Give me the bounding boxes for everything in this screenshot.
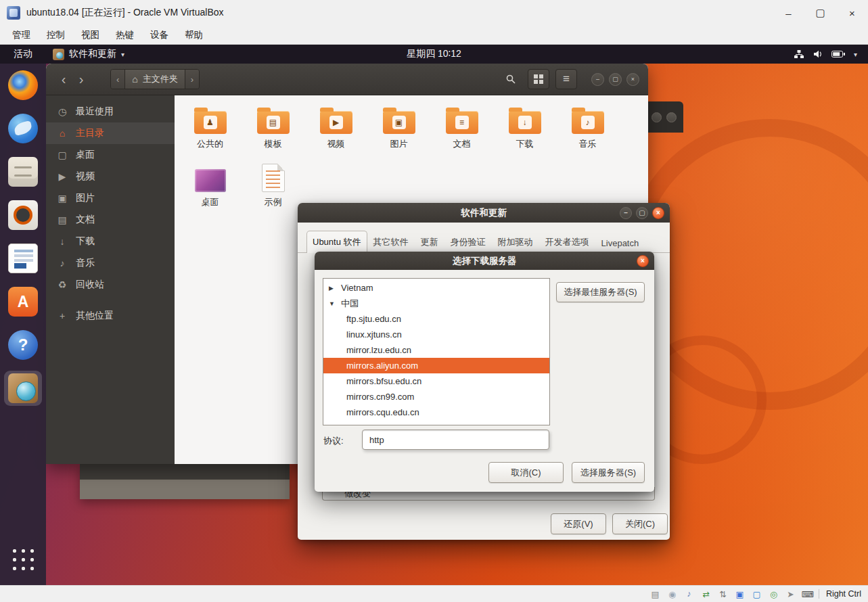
menu-item[interactable]: 视图: [73, 26, 108, 44]
sidebar-item-pictures[interactable]: ▣ 图片: [46, 187, 175, 209]
tab[interactable]: 更新: [415, 231, 444, 253]
sidebar-item-documents[interactable]: ▤ 文档: [46, 209, 175, 231]
server-row[interactable]: linux.xjtuns.cn: [323, 327, 549, 342]
audio-status-icon[interactable]: ♪: [683, 588, 695, 600]
files-dock-icon[interactable]: [4, 154, 42, 189]
menu-item[interactable]: 热键: [108, 26, 142, 44]
expander-icon[interactable]: ▶: [329, 285, 337, 292]
back-icon[interactable]: ‹: [55, 69, 72, 89]
sidebar-item-recent[interactable]: ◷ 最近使用: [46, 101, 175, 122]
files-minimize-button[interactable]: –: [591, 73, 604, 86]
server-label: linux.xjtuns.cn: [346, 329, 402, 340]
tab[interactable]: Ubuntu 软件: [306, 231, 367, 253]
sidebar-item-desktop[interactable]: ▢ 桌面: [46, 144, 175, 166]
dialog-titlebar[interactable]: 软件和更新 – ▢ ×: [298, 203, 670, 223]
dialog-close-button[interactable]: ×: [637, 255, 649, 267]
tab[interactable]: 附加驱动: [492, 231, 539, 253]
optical-disk-status-icon[interactable]: ◉: [666, 588, 678, 600]
best-server-button[interactable]: 选择最佳服务器(S): [556, 282, 645, 302]
sidebar-item-home[interactable]: ⌂ 主目录: [46, 122, 175, 144]
server-row[interactable]: mirrors.bfsu.edu.cn: [323, 373, 549, 389]
activities-button[interactable]: 活动: [11, 48, 35, 60]
server-row[interactable]: mirror.lzu.edu.cn: [323, 342, 549, 358]
folder-downloads[interactable]: ↓ 下载: [493, 102, 556, 160]
firefox-dock-icon[interactable]: [4, 68, 42, 103]
choose-server-button[interactable]: 选择服务器(S): [572, 462, 645, 483]
server-row[interactable]: ▶ Vietnam: [323, 280, 549, 296]
server-row[interactable]: mirrors.cn99.com: [323, 389, 549, 404]
show-applications-button[interactable]: [4, 542, 42, 577]
folder-pictures[interactable]: ▣ 图片: [367, 102, 430, 160]
protocol-input[interactable]: [362, 430, 549, 450]
minimize-button[interactable]: –: [773, 0, 804, 26]
menu-button[interactable]: ≡: [555, 69, 577, 89]
folder-documents[interactable]: ≡ 文档: [430, 102, 493, 160]
search-button[interactable]: [500, 69, 522, 89]
path-scroll-left-icon[interactable]: ‹: [111, 70, 125, 89]
forward-icon[interactable]: ›: [72, 69, 90, 89]
folder-public[interactable]: ♟ 公共的: [179, 102, 242, 160]
system-status-area[interactable]: ▾: [794, 49, 857, 59]
shared-folders-status-icon[interactable]: ▣: [734, 588, 746, 600]
tab[interactable]: 身份验证: [444, 231, 492, 253]
network-status-icon[interactable]: ⇄: [700, 588, 712, 600]
folder-videos[interactable]: ▶ 视频: [304, 102, 367, 160]
menu-item[interactable]: 控制: [39, 26, 73, 44]
expander-icon[interactable]: ▼: [329, 300, 337, 307]
server-row[interactable]: ftp.sjtu.edu.cn: [323, 311, 549, 327]
maximize-button[interactable]: ▢: [804, 0, 836, 26]
sidebar-item-label: 视频: [76, 170, 95, 183]
volume-icon: [813, 49, 823, 59]
server-row[interactable]: mirrors.aliyun.com: [323, 358, 549, 373]
app-menu-button[interactable]: 软件和更新 ▾: [53, 48, 124, 60]
tab[interactable]: 开发者选项: [539, 231, 595, 253]
tab[interactable]: Livepatch: [595, 233, 645, 253]
clock[interactable]: 星期四 10∶12: [407, 48, 461, 60]
dialog-maximize-button[interactable]: ▢: [636, 207, 648, 219]
revert-button[interactable]: 还原(V): [551, 513, 606, 534]
server-row[interactable]: ▼ 中国: [323, 296, 549, 311]
rhythmbox-dock-icon[interactable]: [4, 198, 42, 233]
menu-item[interactable]: 管理: [4, 26, 39, 44]
recording-status-icon[interactable]: ◎: [768, 588, 779, 600]
background-window-control-icon[interactable]: [666, 112, 677, 122]
close-button[interactable]: ×: [836, 0, 868, 26]
sidebar-item-downloads[interactable]: ↓ 下载: [46, 231, 175, 252]
path-segment-home[interactable]: ⌂ 主文件夹: [125, 70, 185, 89]
menu-item[interactable]: 设备: [142, 26, 177, 44]
libreoffice-writer-dock-icon[interactable]: [4, 241, 42, 276]
folder-desktop[interactable]: 桌面: [179, 160, 242, 218]
file-label: 音乐: [579, 138, 597, 150]
tab[interactable]: 其它软件: [367, 231, 415, 253]
background-window-control-icon[interactable]: [652, 112, 662, 122]
mouse-status-icon[interactable]: ➤: [785, 588, 796, 600]
help-dock-icon[interactable]: ?: [4, 327, 42, 363]
path-scroll-right-icon[interactable]: ›: [185, 70, 199, 89]
folder-templates[interactable]: ▤ 模板: [242, 102, 304, 160]
background-window-fragment[interactable]: [80, 463, 290, 499]
sidebar-item-music[interactable]: ♪ 音乐: [46, 252, 175, 274]
files-maximize-button[interactable]: ▢: [609, 73, 622, 86]
keyboard-status-icon[interactable]: ⌨: [802, 588, 813, 600]
close-dialog-button[interactable]: 关闭(C): [612, 513, 668, 534]
display-status-icon[interactable]: ▢: [751, 588, 762, 600]
files-close-button[interactable]: ×: [626, 73, 639, 86]
dialog-titlebar[interactable]: 选择下载服务器 ×: [315, 252, 654, 270]
background-window-fragment[interactable]: [648, 101, 683, 133]
thunderbird-dock-icon[interactable]: [4, 111, 42, 146]
folder-music[interactable]: ♪ 音乐: [556, 102, 619, 160]
file-examples[interactable]: 示例: [242, 160, 304, 218]
hard-disk-status-icon[interactable]: ▤: [649, 588, 661, 600]
dialog-close-button[interactable]: ×: [652, 207, 664, 219]
menu-item[interactable]: 帮助: [177, 26, 211, 44]
dialog-minimize-button[interactable]: –: [620, 207, 632, 219]
software-properties-dock-icon[interactable]: [4, 371, 42, 406]
sidebar-item-other-locations[interactable]: + 其他位置: [46, 305, 175, 327]
view-toggle-button[interactable]: [528, 69, 549, 89]
cancel-button[interactable]: 取消(C): [488, 462, 564, 483]
sidebar-item-videos[interactable]: ▶ 视频: [46, 166, 175, 187]
usb-status-icon[interactable]: ⇅: [717, 588, 729, 600]
sidebar-item-trash[interactable]: ♻ 回收站: [46, 274, 175, 296]
ubuntu-software-dock-icon[interactable]: A: [4, 284, 42, 319]
server-row[interactable]: mirrors.cqu.edu.cn: [323, 404, 549, 420]
